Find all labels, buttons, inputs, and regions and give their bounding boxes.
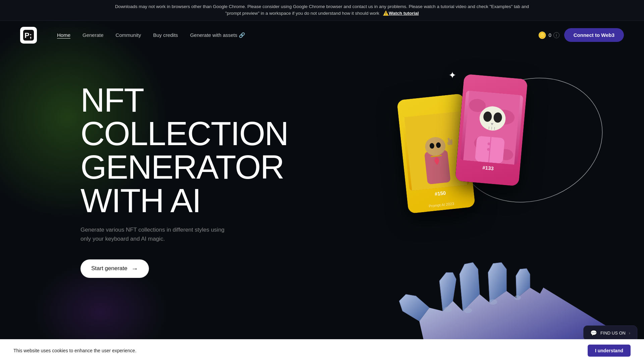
nft-card-2-art — [460, 90, 523, 165]
start-generate-button[interactable]: Start generate → — [80, 259, 149, 278]
cookie-accept-button[interactable]: I understand — [588, 345, 631, 357]
announcement-text-1: Downloads may not work in browsers other… — [115, 4, 529, 9]
chat-label: FIND US ON — [600, 330, 626, 336]
hero-title: NFT COLLECTION GENERATOR WITH AI — [80, 83, 288, 217]
announcement-bar: Downloads may not work in browsers other… — [0, 0, 644, 21]
svg-point-28 — [444, 307, 452, 312]
chevron-right-icon: › — [629, 331, 630, 336]
chat-icon: 💬 — [590, 330, 597, 336]
nft-phone-cards: #150 Prompt AI 2023 — [402, 76, 570, 217]
hero-visual: ✦ — [342, 50, 644, 362]
nav-links: Home Generate Community Buy credits Gene… — [57, 32, 525, 38]
arrow-right-icon: → — [131, 265, 138, 273]
nav-community[interactable]: Community — [116, 32, 141, 38]
nav-buy-credits[interactable]: Buy credits — [153, 32, 178, 38]
announcement-text-2: "prompt preview" in a workspace if you d… — [225, 11, 379, 16]
logo-box: P; — [20, 27, 37, 44]
connect-web3-button[interactable]: Connect to Web3 — [564, 28, 624, 42]
svg-line-22 — [489, 126, 489, 129]
credits-info-icon[interactable]: i — [553, 32, 559, 38]
svg-point-31 — [514, 295, 521, 300]
nav-home[interactable]: Home — [57, 32, 70, 38]
credits-amount: 0 — [548, 32, 551, 38]
cookie-message: This website uses cookies to enhance the… — [13, 348, 137, 353]
sparkle-icon: ✦ — [448, 70, 456, 81]
svg-text:P;: P; — [24, 31, 32, 40]
svg-point-30 — [489, 299, 497, 305]
watch-tutorial-link[interactable]: ⚠️Watch tutorial — [383, 10, 419, 17]
nft-card-2: #133 — [455, 74, 528, 186]
nft-card-1-number: #150 — [434, 190, 446, 196]
nft-card-2-screen: #133 — [455, 74, 528, 186]
nft-card-2-number: #133 — [482, 164, 494, 171]
nav-right: 🪙 0 i Connect to Web3 — [538, 28, 624, 42]
logo-svg: P; — [23, 30, 34, 41]
nav-generate-assets[interactable]: Generate with assets 🔗 — [190, 32, 245, 38]
credits-display: 🪙 0 i — [538, 31, 559, 39]
hero-text: NFT COLLECTION GENERATOR WITH AI Generat… — [80, 70, 288, 278]
coin-icon: 🪙 — [538, 31, 546, 39]
hero-subtitle: Generate various NFT collections in diff… — [80, 225, 231, 243]
chat-widget[interactable]: 💬 FIND US ON › — [583, 325, 637, 341]
svg-point-29 — [464, 308, 472, 313]
svg-line-23 — [494, 127, 494, 129]
navbar: P; Home Generate Community Buy credits G… — [0, 21, 644, 50]
svg-line-21 — [491, 126, 492, 129]
nft-char-2 — [460, 90, 523, 165]
logo[interactable]: P; — [20, 27, 37, 44]
hero-section: NFT COLLECTION GENERATOR WITH AI Generat… — [0, 50, 644, 362]
nft-card-1-subtitle: Prompt AI 2023 — [408, 199, 475, 210]
nav-generate[interactable]: Generate — [83, 32, 104, 38]
svg-rect-11 — [450, 139, 452, 145]
cookie-bar: This website uses cookies to enhance the… — [0, 339, 644, 362]
